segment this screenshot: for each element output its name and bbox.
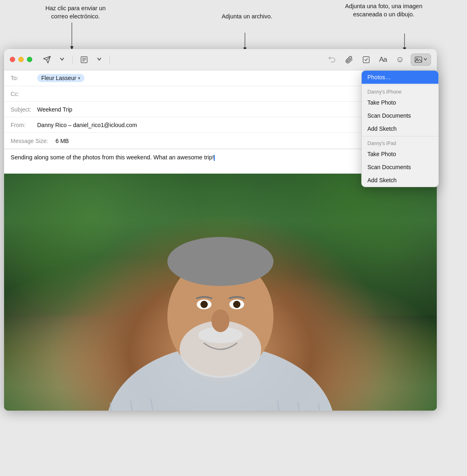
svg-rect-11: [415, 57, 422, 62]
toolbar: Aa ☺: [4, 49, 437, 70]
svg-point-23: [233, 301, 240, 308]
message-size-label: Message Size:: [11, 138, 56, 144]
send-icon: [43, 56, 51, 64]
dropdown-ipad-add-sketch[interactable]: Add Sketch: [362, 174, 438, 187]
to-label: To:: [11, 75, 37, 81]
chevron-down-icon-3: [423, 56, 427, 63]
paperclip-icon: [345, 56, 353, 64]
dropdown-photos-item[interactable]: Photos…: [362, 71, 438, 84]
photos-media-button[interactable]: [411, 54, 431, 66]
dropdown-iphone-scan-documents[interactable]: Scan Documents: [362, 109, 438, 122]
svg-point-19: [211, 309, 229, 332]
stationery-dropdown-button[interactable]: [94, 55, 105, 65]
from-label: From:: [11, 122, 37, 128]
traffic-lights: [10, 57, 32, 62]
photos-dropdown-menu: Photos… Danny's iPhone Take Photo Scan D…: [361, 70, 439, 187]
dropdown-divider-2: [362, 136, 438, 136]
annotation-media: Adjunta una foto, una imagen escaneada o…: [339, 2, 429, 19]
annotation-attach: Adjunta un archivo.: [220, 12, 274, 20]
send-button[interactable]: [40, 54, 53, 65]
attached-photo: [4, 174, 437, 411]
svg-point-21: [200, 301, 208, 308]
dropdown-ipad-scan-documents[interactable]: Scan Documents: [362, 161, 438, 174]
photos-icon: [414, 56, 423, 64]
person-svg: [4, 174, 437, 411]
markup-button[interactable]: [360, 54, 373, 65]
fonts-icon: Aa: [379, 56, 387, 64]
markup-icon: [362, 56, 370, 64]
arrow-send: [71, 22, 72, 51]
send-dropdown-button[interactable]: [57, 55, 67, 65]
chevron-down-icon-2: [95, 56, 103, 64]
text-cursor: [214, 155, 215, 161]
dropdown-iphone-take-photo[interactable]: Take Photo: [362, 96, 438, 109]
dropdown-ipad-take-photo[interactable]: Take Photo: [362, 147, 438, 161]
dropdown-ipad-header: Danny's iPad: [362, 137, 438, 147]
svg-point-16: [167, 237, 274, 286]
dropdown-iphone-header: Danny's iPhone: [362, 86, 438, 96]
undo-icon: [328, 56, 336, 64]
emoji-icon: ☺: [396, 55, 404, 64]
emoji-button[interactable]: ☺: [394, 53, 407, 66]
subject-label: Subject:: [11, 106, 37, 113]
svg-rect-10: [363, 56, 369, 63]
recipient-name: Fleur Lasseur: [41, 75, 76, 81]
message-size-value: 6 MB: [56, 138, 375, 144]
mail-window: Aa ☺: [4, 49, 437, 411]
photo-background: [4, 174, 437, 411]
undo-button[interactable]: [325, 54, 338, 65]
toolbar-right-section: Aa ☺: [325, 53, 431, 66]
toolbar-buttons: Aa ☺: [40, 53, 431, 66]
toolbar-separator: [72, 56, 73, 64]
dropdown-divider-1: [362, 85, 438, 85]
minimize-button[interactable]: [18, 57, 24, 62]
cc-label: Cc:: [11, 91, 37, 97]
chevron-down-icon: [58, 56, 66, 64]
fonts-button[interactable]: Aa: [377, 54, 389, 65]
stationery-button[interactable]: [78, 54, 91, 65]
annotation-send: Haz clic para enviar un correo electróni…: [39, 4, 112, 21]
attach-button[interactable]: [342, 54, 356, 65]
recipient-chip[interactable]: Fleur Lasseur ▾: [37, 74, 85, 82]
body-text: Sending along some of the photos from th…: [11, 154, 214, 161]
close-button[interactable]: [10, 57, 15, 62]
maximize-button[interactable]: [27, 57, 32, 62]
recipient-chevron-icon: ▾: [78, 76, 80, 81]
stationery-icon: [80, 56, 88, 64]
toolbar-separator-2: [109, 56, 110, 64]
dropdown-iphone-add-sketch[interactable]: Add Sketch: [362, 122, 438, 135]
